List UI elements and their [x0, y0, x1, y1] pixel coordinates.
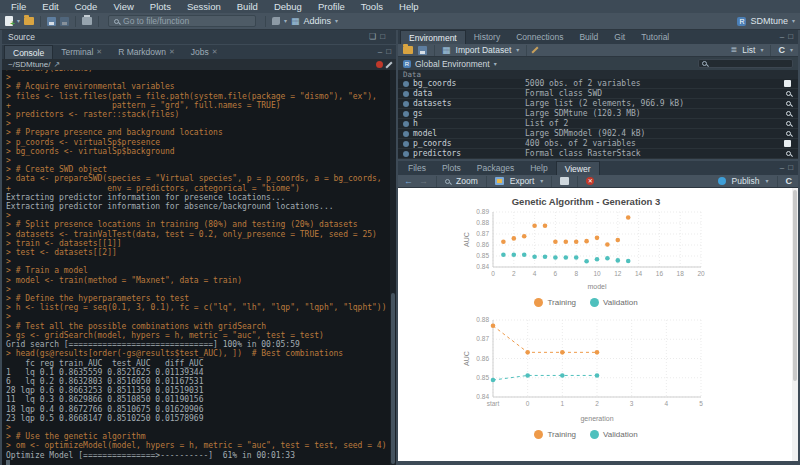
menu-item-view[interactable]: View: [106, 1, 140, 12]
tab-terminal[interactable]: Terminal✕: [53, 45, 110, 59]
clear-console-icon[interactable]: [385, 61, 392, 68]
tools-dropdown-icon[interactable]: ▾: [284, 18, 287, 24]
tab-viewer[interactable]: Viewer: [556, 161, 600, 175]
tab-r-markdown[interactable]: R Markdown✕: [110, 45, 183, 59]
export-dropdown-icon[interactable]: ▾: [540, 178, 543, 184]
new-file-dropdown-icon[interactable]: ▾: [17, 18, 20, 24]
menu-item-help[interactable]: Help: [392, 1, 426, 12]
project-selector[interactable]: R SDMtune ▾: [737, 16, 795, 26]
menu-item-tools[interactable]: Tools: [354, 1, 390, 12]
env-row-model[interactable]: modelLarge SDMmodel (902.4 kB): [398, 129, 798, 139]
tab-connections[interactable]: Connections: [508, 30, 571, 44]
publish-dropdown-icon[interactable]: ▾: [765, 178, 768, 184]
save-all-icon[interactable]: [60, 17, 69, 26]
scrollbar-thumb[interactable]: [793, 190, 797, 381]
import-dataset-dropdown-icon[interactable]: ▾: [516, 47, 519, 53]
legend-item-validation[interactable]: Validation: [590, 298, 638, 307]
env-row-data[interactable]: dataFormal class SWD: [398, 89, 798, 99]
inspect-icon[interactable]: [786, 101, 791, 106]
view-table-icon[interactable]: [784, 80, 791, 87]
menu-item-debug[interactable]: Debug: [267, 1, 309, 12]
list-dropdown-icon[interactable]: ▾: [760, 47, 763, 53]
minimize-icon[interactable]: –: [378, 48, 382, 56]
tab-console[interactable]: Console: [4, 45, 53, 59]
inspect-icon[interactable]: [786, 151, 791, 156]
save-icon[interactable]: [47, 17, 56, 26]
tab-build[interactable]: Build: [571, 30, 606, 44]
tab-packages[interactable]: Packages: [469, 161, 522, 175]
menu-item-code[interactable]: Code: [68, 1, 105, 12]
menu-item-session[interactable]: Session: [180, 1, 228, 12]
env-row-h[interactable]: hList of 2: [398, 119, 798, 129]
environment-search-input[interactable]: [698, 59, 793, 68]
publish-button[interactable]: Publish: [732, 176, 760, 186]
menu-item-file[interactable]: File: [4, 1, 33, 12]
inspect-icon[interactable]: [786, 91, 791, 96]
legend-item-training[interactable]: Training: [534, 298, 576, 307]
env-row-predictors[interactable]: predictorsFormal class RasterStack: [398, 149, 798, 159]
tab-tutorial[interactable]: Tutorial: [633, 30, 677, 44]
popout-icon[interactable]: ❏: [369, 33, 376, 41]
remove-plot-icon[interactable]: [560, 177, 569, 185]
legend-item-validation[interactable]: Validation: [590, 430, 638, 439]
interrupt-r-icon[interactable]: [376, 61, 383, 68]
addins-dropdown-icon[interactable]: ▾: [335, 18, 338, 24]
back-icon[interactable]: ←: [404, 177, 413, 186]
scope-dropdown-icon[interactable]: ▾: [494, 61, 497, 67]
view-table-icon[interactable]: [784, 140, 791, 147]
environment-scope-selector[interactable]: Global Environment: [415, 59, 490, 69]
forward-icon[interactable]: →: [419, 177, 428, 186]
refresh-icon[interactable]: C: [778, 46, 785, 55]
inspect-icon[interactable]: [786, 111, 791, 116]
console-prompt[interactable]: [6, 460, 396, 465]
clear-all-plots-icon[interactable]: ✕: [586, 177, 594, 185]
menu-item-profile[interactable]: Profile: [311, 1, 352, 12]
maximize-icon[interactable]: □: [788, 164, 793, 172]
tab-git[interactable]: Git: [606, 30, 633, 44]
tab-plots[interactable]: Plots: [434, 161, 469, 175]
zoom-button[interactable]: Zoom: [456, 176, 478, 186]
tab-environment[interactable]: Environment: [400, 30, 466, 44]
minimize-icon[interactable]: –: [780, 33, 784, 41]
maximize-icon[interactable]: □: [788, 33, 793, 41]
addins-button[interactable]: Addins: [304, 16, 332, 26]
env-row-gs[interactable]: gsLarge SDMtune (120.3 MB): [398, 109, 798, 119]
addins-grid-icon[interactable]: ▦: [291, 17, 300, 26]
env-row-datasets[interactable]: datasetsLarge list (2 elements, 966.9 kB…: [398, 99, 798, 109]
env-row-p-coords[interactable]: p_coords400 obs. of 2 variables: [398, 139, 798, 149]
menu-item-plots[interactable]: Plots: [143, 1, 178, 12]
import-dataset-button[interactable]: Import Dataset: [456, 45, 512, 55]
tab-help[interactable]: Help: [522, 161, 555, 175]
tab-files[interactable]: Files: [400, 161, 434, 175]
new-file-icon[interactable]: [5, 16, 13, 26]
print-icon[interactable]: [82, 17, 92, 25]
refresh-viewer-icon[interactable]: C: [786, 177, 793, 186]
save-workspace-icon[interactable]: [418, 46, 427, 55]
menu-item-edit[interactable]: Edit: [35, 1, 65, 12]
open-file-icon[interactable]: [24, 17, 34, 25]
env-row-bg-coords[interactable]: bg_coords5000 obs. of 2 variables: [398, 79, 798, 89]
close-tab-icon[interactable]: ✕: [212, 48, 218, 56]
scrollbar-thumb[interactable]: [391, 293, 395, 464]
legend-item-training[interactable]: Training: [534, 430, 576, 439]
minimize-icon[interactable]: –: [780, 164, 784, 172]
load-workspace-icon[interactable]: [403, 46, 413, 54]
viewer-vertical-scrollbar[interactable]: [792, 188, 798, 461]
tab-jobs[interactable]: Jobs✕: [183, 45, 226, 59]
refresh-dropdown-icon[interactable]: ▾: [790, 47, 793, 53]
maximize-icon[interactable]: □: [380, 33, 385, 41]
goto-file-function-input[interactable]: Go to file/function: [108, 15, 256, 27]
console-output-area[interactable]: > library(SDMtune)>> # Acquire environme…: [2, 70, 396, 465]
maximize-icon[interactable]: □: [386, 48, 391, 56]
export-button[interactable]: Export: [510, 176, 535, 186]
inspect-icon[interactable]: [786, 121, 791, 126]
menu-item-build[interactable]: Build: [230, 1, 265, 12]
tools-icon[interactable]: [272, 17, 280, 25]
clear-objects-icon[interactable]: [532, 46, 539, 53]
console-vertical-scrollbar[interactable]: [390, 70, 396, 465]
close-tab-icon[interactable]: ✕: [169, 48, 175, 56]
close-tab-icon[interactable]: ✕: [96, 48, 102, 56]
inspect-icon[interactable]: [786, 131, 791, 136]
list-view-button[interactable]: List: [742, 45, 755, 55]
tab-history[interactable]: History: [466, 30, 508, 44]
